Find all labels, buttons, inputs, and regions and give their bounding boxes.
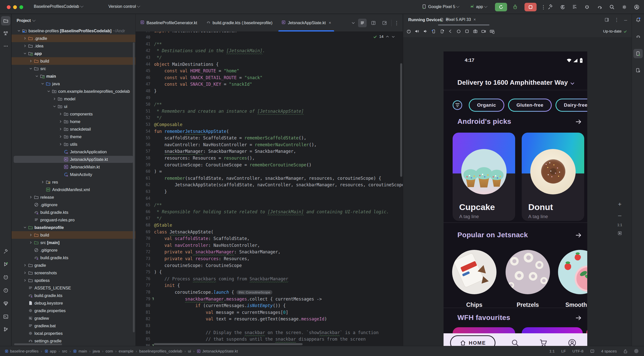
chevron-expanded-icon[interactable]: [22, 51, 27, 56]
window-layout-icon[interactable]: [604, 17, 609, 22]
snack-card-Cupcake[interactable]: Cupcake A tag line: [453, 133, 515, 221]
volume-down-button[interactable]: [421, 27, 430, 36]
status-indicator-circle[interactable]: [634, 349, 638, 353]
chevron-collapsed-icon[interactable]: [22, 43, 27, 48]
search-icon[interactable]: [608, 3, 616, 11]
project-vertical-scrollbar[interactable]: [133, 42, 135, 332]
tree-item-.gradle[interactable]: .gradle: [12, 35, 135, 42]
rerun-button[interactable]: [495, 3, 507, 11]
tree-item-local.properties[interactable]: local.properties: [12, 330, 135, 337]
line-separator[interactable]: LF: [561, 349, 566, 353]
delivery-address[interactable]: Delivery to 1600 Amphitheater Way: [457, 79, 568, 86]
close-window-button[interactable]: [7, 5, 11, 9]
device-selector[interactable]: Google Pixel 5: [422, 4, 459, 9]
editor-tab-BaselineProfileGenerator.kt[interactable]: BaselineProfileGenerator.kt: [136, 14, 202, 32]
editor-horizontal-scrollbar[interactable]: [154, 343, 303, 345]
build-tool-button[interactable]: [1, 247, 10, 256]
tree-item-src[interactable]: src [main]: [12, 239, 135, 246]
hardware-input-button[interactable]: [488, 27, 496, 36]
tree-item-gradlew.bat[interactable]: gradlew.bat: [12, 322, 135, 330]
indent-config[interactable]: 4 spaces: [601, 349, 617, 353]
hide-panel-button[interactable]: –: [624, 17, 627, 23]
editor-tab-JetsnackAppState.kt[interactable]: JetsnackAppState.kt×: [277, 14, 336, 32]
breadcrumb-baselineprofiles_codelab[interactable]: baselineprofiles_codelab: [139, 349, 182, 353]
dependencies-tool-button[interactable]: [1, 299, 10, 308]
structure-tool-button[interactable]: [1, 29, 10, 38]
notifications-button[interactable]: [633, 15, 643, 24]
chevron-collapsed-icon[interactable]: [28, 240, 33, 245]
tree-item-theme[interactable]: theme: [12, 133, 135, 140]
screenshot-button[interactable]: [471, 27, 480, 36]
project-horizontal-scrollbar[interactable]: [14, 343, 62, 345]
chevron-collapsed-icon[interactable]: [58, 127, 63, 132]
tree-item-ui[interactable]: ui: [12, 103, 135, 110]
chevron-collapsed-icon[interactable]: [40, 180, 45, 185]
chevron-collapsed-icon[interactable]: [58, 142, 63, 147]
chevron-collapsed-icon[interactable]: [58, 119, 63, 124]
breadcrumb-java[interactable]: java: [93, 349, 100, 353]
tree-item-MainActivity[interactable]: MainActivity: [12, 171, 135, 178]
tree-item-model[interactable]: model: [12, 95, 135, 103]
tree-item-gradle[interactable]: gradle: [12, 261, 135, 269]
tree-item-app[interactable]: app: [12, 50, 135, 57]
minimize-window-button[interactable]: [13, 5, 17, 9]
code-view-button[interactable]: [358, 19, 367, 27]
chevron-collapsed-icon[interactable]: [52, 96, 57, 101]
code-editor[interactable]: 39import kotlinx.coroutines.launch4041/*…: [136, 32, 403, 346]
tree-item-build.gradle.kts[interactable]: build.gradle.kts: [12, 209, 135, 216]
tree-item-gradle.properties[interactable]: gradle.properties: [12, 307, 135, 314]
chevron-collapsed-icon[interactable]: [22, 270, 27, 275]
tree-item-build.gradle.kts[interactable]: build.gradle.kts: [12, 254, 135, 261]
device-tab[interactable]: Pixel 5 API 33 ×: [440, 14, 476, 25]
tree-item-debug.keystore[interactable]: debug.keystore: [12, 299, 135, 307]
problems-tool-button[interactable]: [1, 286, 10, 295]
more-run-actions-button[interactable]: ⋮: [540, 3, 547, 11]
run-config-selector[interactable]: app: [470, 4, 487, 9]
home-button[interactable]: [455, 27, 463, 36]
tree-item-main[interactable]: main: [12, 72, 135, 80]
filters-button[interactable]: [453, 100, 462, 110]
breadcrumb-com[interactable]: com: [106, 349, 113, 353]
back-button[interactable]: [446, 27, 455, 36]
power-button[interactable]: [405, 27, 413, 36]
unlock-icon[interactable]: [623, 349, 628, 353]
project-tool-button[interactable]: [1, 16, 10, 25]
zoom-reset-button[interactable]: 1:1: [617, 223, 622, 227]
editor-tab-build.gradle.kts[interactable]: build.gradle.kts (:baselineprofile): [202, 14, 277, 32]
tree-item-snackdetail[interactable]: snackdetail: [12, 125, 135, 133]
chevron-collapsed-icon[interactable]: [58, 134, 63, 139]
chevron-expanded-icon[interactable]: [28, 66, 33, 71]
chevron-collapsed-icon[interactable]: [28, 232, 33, 238]
tree-item-gradlew[interactable]: gradlew: [12, 314, 135, 322]
tree-item-build.gradle.kts[interactable]: build.gradle.kts: [12, 292, 135, 299]
breadcrumb-ui[interactable]: ui: [188, 349, 191, 353]
split-view-button[interactable]: [369, 19, 378, 27]
running-devices-tool-button[interactable]: [633, 49, 643, 58]
filter-chip-Dairy-free[interactable]: Dairy-free: [555, 99, 587, 112]
phone-screen[interactable]: 4:17 Delivery to 1600 Amphitheater Way O…: [444, 51, 587, 356]
tree-item-home[interactable]: home: [12, 118, 135, 125]
tree-item-baseline-profiles[interactable]: baseline-profiles [BaselineProfilesCodel…: [12, 27, 135, 35]
debug-button[interactable]: [511, 3, 519, 11]
run-tool-button[interactable]: [1, 259, 10, 269]
tree-item-spotless[interactable]: spotless: [12, 277, 135, 284]
chevron-expanded-icon[interactable]: [34, 74, 39, 79]
tree-item-.gitignore[interactable]: .gitignore: [12, 201, 135, 209]
chevron-expanded-icon[interactable]: [40, 81, 45, 86]
tree-item-com.example.baselineprofiles-codelab[interactable]: com.example.baselineprofiles_codelab: [12, 87, 135, 95]
rotate-right-button[interactable]: [438, 27, 446, 36]
breadcrumb-baseline-profiles[interactable]: baseline-profiles: [5, 349, 39, 353]
zoom-fit-icon[interactable]: [618, 231, 622, 235]
terminal-tool-button[interactable]: [1, 312, 10, 321]
chevron-collapsed-icon[interactable]: [22, 278, 27, 283]
tree-item-baselineprofile[interactable]: baselineprofile: [12, 224, 135, 231]
stop-button[interactable]: [524, 3, 537, 11]
gradle-tool-button[interactable]: [633, 31, 643, 41]
tree-item-src[interactable]: src: [12, 65, 135, 72]
tree-item-ASSETS-LICENSE[interactable]: ASSETS_LICENSE: [12, 284, 135, 292]
project-view-selector[interactable]: Project: [12, 14, 135, 27]
overview-button[interactable]: [463, 27, 471, 36]
tree-item-utils[interactable]: utils: [12, 140, 135, 148]
breadcrumb-JetsnackAppState.kt[interactable]: JetsnackAppState.kt: [197, 349, 238, 353]
filter-chip-Gluten-free[interactable]: Gluten-free: [508, 99, 552, 112]
